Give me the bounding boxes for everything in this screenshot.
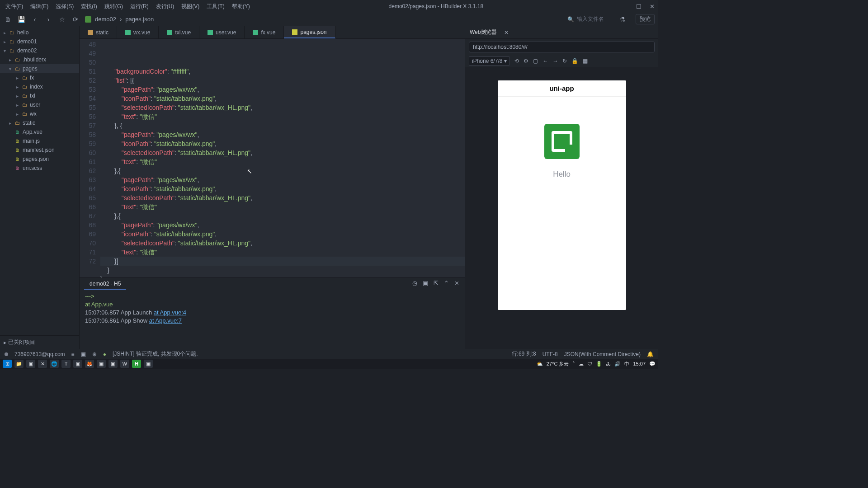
file-encoding[interactable]: UTF-8 [542, 351, 558, 357]
tree-item[interactable]: ▸🗀wx [0, 109, 79, 118]
menu-item[interactable]: 选择(S) [56, 3, 74, 10]
lint-status[interactable]: [JSHINT] 验证完成, 共发现0个问题. [113, 350, 198, 358]
start-icon[interactable]: ⊞ [3, 360, 12, 368]
tree-item[interactable]: 🗎manifest.json [0, 145, 79, 155]
editor-tab[interactable]: fx.vue [245, 26, 284, 38]
tree-item[interactable]: ▸🗀demo01 [0, 37, 79, 46]
editor-tab[interactable]: pages.json [284, 26, 335, 38]
save-icon[interactable]: 💾 [17, 15, 25, 23]
file-language[interactable]: JSON(With Comment Directive) [564, 351, 641, 357]
breadcrumb-file[interactable]: pages.json [125, 16, 154, 23]
tray-security-icon[interactable]: 🛡 [587, 361, 592, 366]
tree-item[interactable]: 🗎App.vue [0, 127, 79, 136]
terminal-icon[interactable]: ▣ [81, 351, 86, 357]
phone-preview[interactable]: uni-app Hello [498, 80, 626, 310]
menu-item[interactable]: 编辑(E) [30, 3, 48, 10]
file-search[interactable]: 🔍 输入文件名 [567, 15, 604, 23]
taskbar-app-icon[interactable]: 📁 [14, 360, 24, 368]
tray-network-icon[interactable]: 🖧 [606, 361, 611, 366]
console-close-icon[interactable]: ⨯ [454, 280, 459, 286]
console-collapse-icon[interactable]: ⌃ [444, 280, 449, 286]
globe-icon[interactable]: ⊕ [92, 351, 97, 357]
cursor-position[interactable]: 行:69 列:8 [512, 350, 536, 358]
console-export-icon[interactable]: ⇱ [434, 280, 439, 286]
menu-item[interactable]: 查找(I) [81, 3, 97, 10]
tree-item[interactable]: ▸🗀fx [0, 73, 79, 82]
new-file-icon[interactable]: 🗎 [4, 15, 12, 23]
taskbar-app-icon[interactable]: ✕ [38, 360, 47, 368]
code-content[interactable]: ↖ "backgroundColor": "#ffffff", "list": … [100, 39, 465, 277]
breadcrumb-project[interactable]: demo02 [95, 16, 116, 23]
tree-item[interactable]: ▸🗀txl [0, 91, 79, 100]
editor-tab[interactable]: user.vue [199, 26, 245, 38]
browser-lock-icon[interactable]: 🔒 [571, 58, 578, 64]
hbuilder-taskbar-icon[interactable]: H [132, 360, 141, 368]
tree-item[interactable]: ▸🗀hello [0, 28, 79, 37]
taskbar-app-icon[interactable]: ▣ [26, 360, 35, 368]
browser-back-icon[interactable]: ← [542, 58, 548, 64]
tree-item[interactable]: 🗎pages.json [0, 155, 79, 164]
editor-tab[interactable]: wx.vue [117, 26, 159, 38]
browser-forward-icon[interactable]: → [552, 58, 558, 64]
tree-item[interactable]: ▸🗀index [0, 82, 79, 91]
indent-icon[interactable]: ≡ [71, 351, 75, 357]
close-icon[interactable]: ✕ [650, 3, 655, 10]
menu-item[interactable]: 发行(U) [156, 3, 175, 10]
forward-icon[interactable]: › [44, 15, 52, 23]
browser-window-icon[interactable]: ▢ [533, 58, 538, 64]
status-user[interactable]: 736907613@qq.com [14, 351, 65, 357]
clock[interactable]: 15:07 [633, 361, 646, 366]
menu-item[interactable]: 帮助(Y) [232, 3, 250, 10]
browser-reload-icon[interactable]: ↻ [562, 58, 567, 64]
filter-icon[interactable]: ⚗ [618, 15, 627, 23]
url-input[interactable]: http://localhost:8080/#/ [469, 42, 655, 52]
menu-item[interactable]: 视图(V) [181, 3, 199, 10]
panel-close-icon[interactable]: ✕ [504, 29, 509, 36]
browser-gear-icon[interactable]: ⚙ [524, 58, 528, 64]
device-select[interactable]: iPhone 6/7/8 ▾ [469, 56, 510, 66]
taskbar-app-icon[interactable]: 🌐 [50, 360, 59, 368]
browser-refresh-icon[interactable]: ⟲ [514, 58, 519, 64]
taskbar-app-icon[interactable]: W [120, 360, 129, 368]
system-tray[interactable]: ⛅ 27°C 多云 ˄ ☁ 🛡 🔋 🖧 🔊 中 15:07 💬 [537, 361, 656, 367]
tray-chevron-icon[interactable]: ˄ [572, 361, 575, 367]
browser-grid-icon[interactable]: ▦ [583, 58, 588, 64]
tree-item[interactable]: ▾🗀pages [0, 64, 79, 73]
console-stop-icon[interactable]: ▣ [423, 280, 428, 286]
minimize-icon[interactable]: — [622, 3, 628, 10]
bell-icon[interactable]: 🔔 [647, 351, 654, 357]
tray-battery-icon[interactable]: 🔋 [596, 361, 602, 367]
ime-indicator[interactable]: 中 [624, 361, 629, 367]
tree-item[interactable]: 🗎main.js [0, 136, 79, 145]
tree-item[interactable]: ▸🗀static [0, 118, 79, 127]
taskbar-app-icon[interactable]: ▣ [108, 360, 118, 368]
console-clock-icon[interactable]: ◷ [412, 280, 417, 286]
console-tab[interactable]: demo02 - H5 [84, 279, 126, 290]
menu-item[interactable]: 运行(R) [130, 3, 149, 10]
tree-item[interactable]: 🗎uni.scss [0, 164, 79, 173]
menu-item[interactable]: 跳转(G) [104, 3, 123, 10]
console-output[interactable]: ---> at App.vue15:07:06.857 App Launch a… [80, 290, 465, 349]
tray-volume-icon[interactable]: 🔊 [614, 361, 621, 367]
star-icon[interactable]: ☆ [58, 15, 66, 23]
notifications-icon[interactable]: 💬 [649, 361, 656, 367]
menu-item[interactable]: 文件(F) [5, 3, 23, 10]
tree-item[interactable]: ▾🗀demo02 [0, 46, 79, 55]
closed-projects[interactable]: ▸ 已关闭项目 [0, 335, 79, 349]
taskbar-app-icon[interactable]: ▣ [144, 360, 153, 368]
tray-cloud-icon[interactable]: ☁ [579, 361, 584, 367]
taskbar-app-icon[interactable]: ▣ [73, 360, 82, 368]
back-icon[interactable]: ‹ [31, 15, 39, 23]
tree-item[interactable]: ▸🗀user [0, 100, 79, 109]
taskbar-app-icon[interactable]: 🦊 [85, 360, 94, 368]
preview-button[interactable]: 预览 [636, 14, 655, 24]
menu-item[interactable]: 工具(T) [207, 3, 224, 10]
editor-tab[interactable]: static [80, 26, 117, 38]
taskbar-app-icon[interactable]: ▣ [97, 360, 106, 368]
code-editor[interactable]: 4849505152535455565758596061626364656667… [80, 39, 465, 277]
refresh-icon[interactable]: ⟳ [71, 15, 80, 23]
tree-item[interactable]: ▸🗀.hbuilderx [0, 55, 79, 64]
maximize-icon[interactable]: ☐ [636, 3, 642, 10]
taskbar-app-icon[interactable]: T [61, 360, 71, 368]
editor-tab[interactable]: txl.vue [159, 26, 199, 38]
